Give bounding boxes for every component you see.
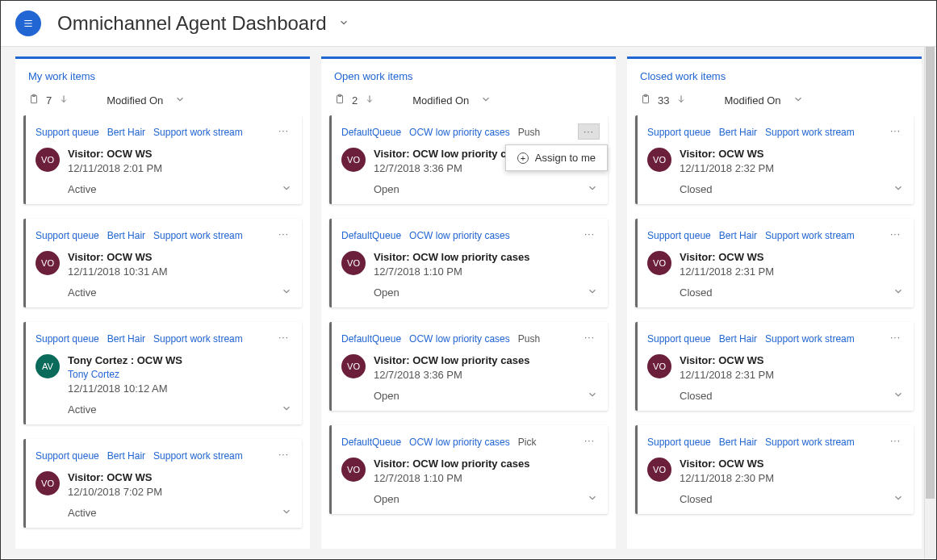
tag-link[interactable]: DefaultQueue <box>341 127 401 138</box>
tag-link[interactable]: Support queue <box>647 230 711 241</box>
tag-link[interactable]: OCW low priority cases <box>409 437 510 448</box>
expand-chevron-icon[interactable] <box>587 286 598 299</box>
work-item-card[interactable]: Support queueBert HairSupport work strea… <box>23 115 302 204</box>
tag-link[interactable]: Support work stream <box>153 333 243 345</box>
card-date: 12/11/2018 2:30 PM <box>680 472 774 484</box>
tag-link[interactable]: Support work stream <box>153 127 243 138</box>
card-date: 12/11/2018 2:31 PM <box>680 369 774 381</box>
tag-link[interactable]: Bert Hair <box>107 127 145 138</box>
card-footer: Active <box>36 403 292 416</box>
expand-chevron-icon[interactable] <box>281 182 292 196</box>
tag-link[interactable]: Support queue <box>36 230 99 241</box>
sort-chevron-icon[interactable] <box>793 94 804 107</box>
tag-link[interactable]: Support work stream <box>765 437 855 448</box>
card-body: VO Visitor: OCW WS 12/11/2018 2:30 PM <box>647 458 904 484</box>
tag-link[interactable]: Bert Hair <box>107 450 145 462</box>
tag-link[interactable]: Bert Hair <box>719 437 757 448</box>
tag-link[interactable]: Support work stream <box>765 333 855 345</box>
work-item-card[interactable]: Support queueBert HairSupport work strea… <box>635 115 914 204</box>
work-item-card[interactable]: Support queueBert HairSupport work strea… <box>23 439 302 528</box>
tag-link[interactable]: DefaultQueue <box>341 230 401 241</box>
work-item-card[interactable]: DefaultQueueOCW low priority casesPush··… <box>329 322 608 411</box>
card-date: 12/7/2018 1:10 PM <box>374 472 529 484</box>
tag-link[interactable]: Support work stream <box>153 450 243 462</box>
sort-direction-icon[interactable] <box>364 94 375 107</box>
clipboard-icon[interactable] <box>334 94 345 107</box>
work-item-card[interactable]: DefaultQueueOCW low priority casesPush··… <box>329 115 608 204</box>
card-body: VO Visitor: OCW WS 12/11/2018 2:31 PM <box>647 354 904 381</box>
sort-field-label[interactable]: Modified On <box>412 94 469 107</box>
tag-link[interactable]: Support queue <box>647 333 711 345</box>
card-more-icon[interactable]: ··· <box>579 227 600 241</box>
tag-link[interactable]: Bert Hair <box>107 230 145 241</box>
card-tags: Support queueBert HairSupport work strea… <box>647 333 904 345</box>
card-status: Active <box>68 403 96 416</box>
tag-link[interactable]: OCW low priority cases <box>409 127 510 138</box>
sort-field-label[interactable]: Modified On <box>107 94 163 107</box>
work-item-card[interactable]: Support queueBert HairSupport work strea… <box>635 322 914 411</box>
clipboard-icon[interactable] <box>28 94 40 107</box>
tag-link[interactable]: DefaultQueue <box>341 333 401 345</box>
column-header: Closed work items 33 Modified On <box>627 59 922 115</box>
expand-chevron-icon[interactable] <box>281 286 292 299</box>
card-tags: DefaultQueueOCW low priority casesPush <box>341 127 598 138</box>
tag-link[interactable]: DefaultQueue <box>341 437 401 448</box>
work-item-card[interactable]: DefaultQueueOCW low priority casesPick··… <box>329 425 608 514</box>
sort-direction-icon[interactable] <box>58 94 69 107</box>
sort-chevron-icon[interactable] <box>174 94 186 107</box>
work-item-card[interactable]: Support queueBert HairSupport work strea… <box>635 425 914 514</box>
card-more-icon[interactable]: ··· <box>579 433 600 448</box>
tag-link[interactable]: Bert Hair <box>719 333 757 345</box>
page-scrollbar[interactable] <box>924 47 935 558</box>
card-more-icon[interactable]: ··· <box>885 123 906 138</box>
tag-link[interactable]: OCW low priority cases <box>409 230 510 241</box>
sort-chevron-icon[interactable] <box>480 94 492 107</box>
avatar: VO <box>341 354 366 378</box>
tag-link[interactable]: Support queue <box>647 127 711 138</box>
expand-chevron-icon[interactable] <box>893 286 904 299</box>
work-item-card[interactable]: Support queueBert HairSupport work strea… <box>23 322 302 424</box>
card-status: Closed <box>680 493 712 505</box>
card-more-icon[interactable]: ··· <box>274 330 294 345</box>
tag-link[interactable]: Support queue <box>36 333 99 345</box>
expand-chevron-icon[interactable] <box>893 492 904 506</box>
expand-chevron-icon[interactable] <box>587 182 598 196</box>
scrollbar-thumb[interactable] <box>926 47 935 499</box>
tag-link[interactable]: Support queue <box>36 450 99 462</box>
expand-chevron-icon[interactable] <box>587 389 598 403</box>
card-more-icon[interactable]: ··· <box>885 227 906 241</box>
expand-chevron-icon[interactable] <box>281 506 292 520</box>
card-more-icon[interactable]: ··· <box>274 123 294 138</box>
card-tags: DefaultQueueOCW low priority casesPick <box>341 437 598 448</box>
work-item-card[interactable]: Support queueBert HairSupport work strea… <box>23 219 302 307</box>
tag-link[interactable]: OCW low priority cases <box>409 333 510 345</box>
card-status: Active <box>68 183 96 195</box>
avatar: VO <box>36 148 60 172</box>
card-more-icon[interactable]: ··· <box>885 433 906 448</box>
tag-link[interactable]: Bert Hair <box>719 230 757 241</box>
expand-chevron-icon[interactable] <box>893 182 904 196</box>
title-dropdown-chevron-icon[interactable] <box>338 17 349 31</box>
expand-chevron-icon[interactable] <box>281 403 292 416</box>
clipboard-icon[interactable] <box>640 94 651 107</box>
tag-link[interactable]: Support work stream <box>765 127 855 138</box>
work-item-card[interactable]: Support queueBert HairSupport work strea… <box>635 219 914 307</box>
card-sublink[interactable]: Tony Cortez <box>68 369 182 380</box>
sort-direction-icon[interactable] <box>676 94 687 107</box>
tag-link[interactable]: Bert Hair <box>107 333 145 345</box>
card-more-icon[interactable]: ··· <box>578 123 600 140</box>
card-more-icon[interactable]: ··· <box>579 330 600 345</box>
work-item-card[interactable]: DefaultQueueOCW low priority cases··· VO… <box>329 219 608 307</box>
expand-chevron-icon[interactable] <box>587 492 598 506</box>
tag-link[interactable]: Support work stream <box>765 230 855 241</box>
card-more-icon[interactable]: ··· <box>274 447 294 462</box>
expand-chevron-icon[interactable] <box>893 389 904 403</box>
card-more-icon[interactable]: ··· <box>274 227 294 241</box>
tag-link[interactable]: Support queue <box>647 437 711 448</box>
card-more-icon[interactable]: ··· <box>885 330 906 345</box>
sort-field-label[interactable]: Modified On <box>724 94 780 107</box>
assign-flyout[interactable]: + Assign to me <box>505 144 608 171</box>
tag-link[interactable]: Support work stream <box>153 230 243 241</box>
tag-link[interactable]: Support queue <box>36 127 99 138</box>
tag-link[interactable]: Bert Hair <box>719 127 757 138</box>
